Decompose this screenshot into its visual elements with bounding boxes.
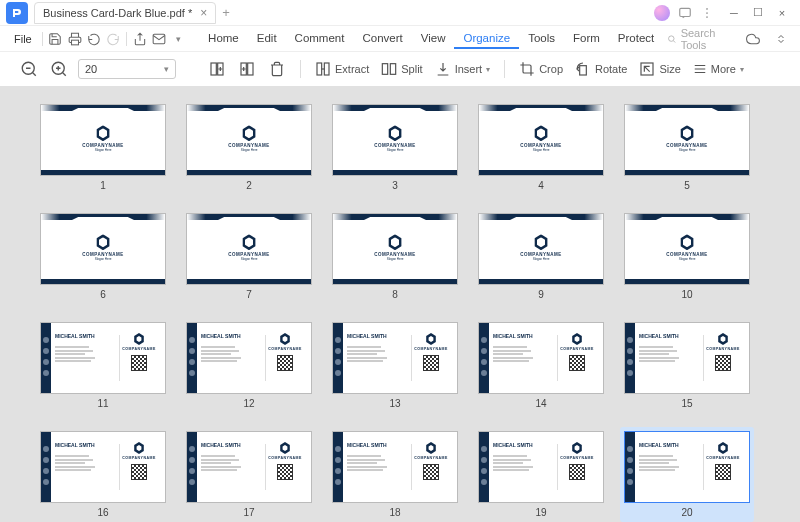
redo-icon[interactable] <box>105 28 122 50</box>
chat-icon[interactable] <box>678 6 692 20</box>
page-number: 15 <box>681 398 692 409</box>
rotate-button[interactable]: Rotate <box>573 61 629 77</box>
svg-point-2 <box>706 12 708 14</box>
page-number: 17 <box>243 507 254 518</box>
svg-rect-4 <box>71 40 78 45</box>
insert-icon <box>435 61 451 77</box>
page-thumbnail[interactable]: MICHEAL SMITH COMPANYNAME14 <box>478 322 604 409</box>
page-selector[interactable]: 20 ▾ <box>78 59 176 79</box>
menu-tab-comment[interactable]: Comment <box>286 28 354 49</box>
window-close-button[interactable]: × <box>770 2 794 24</box>
add-tab-button[interactable]: + <box>222 5 230 20</box>
print-icon[interactable] <box>66 28 83 50</box>
close-tab-icon[interactable]: × <box>200 6 207 20</box>
delete-page-icon[interactable] <box>266 58 288 80</box>
insert-blank-left-icon[interactable] <box>206 58 228 80</box>
undo-icon[interactable] <box>85 28 102 50</box>
menu-tab-organize[interactable]: Organize <box>454 28 519 49</box>
page-number: 7 <box>246 289 252 300</box>
page-thumbnail[interactable]: COMPANYNAMESlogan Here8 <box>332 213 458 300</box>
page-number: 16 <box>97 507 108 518</box>
page-number: 3 <box>392 180 398 191</box>
size-icon <box>639 61 655 77</box>
save-icon[interactable] <box>47 28 64 50</box>
zoom-in-button[interactable] <box>48 58 70 80</box>
page-thumbnail[interactable]: MICHEAL SMITH COMPANYNAME11 <box>40 322 166 409</box>
svg-rect-9 <box>211 63 216 75</box>
page-thumbnail[interactable]: MICHEAL SMITH COMPANYNAME17 <box>186 431 312 518</box>
insert-blank-right-icon[interactable] <box>236 58 258 80</box>
search-tools[interactable]: Search Tools <box>667 27 730 51</box>
page-thumbnail[interactable]: MICHEAL SMITH COMPANYNAME18 <box>332 431 458 518</box>
thumbnail-area: COMPANYNAMESlogan Here1COMPANYNAMESlogan… <box>0 86 800 522</box>
page-thumbnail[interactable]: MICHEAL SMITH COMPANYNAME13 <box>332 322 458 409</box>
page-thumbnail[interactable]: COMPANYNAMESlogan Here2 <box>186 104 312 191</box>
page-number: 1 <box>100 180 106 191</box>
expand-icon[interactable] <box>770 28 792 50</box>
page-thumbnail[interactable]: MICHEAL SMITH COMPANYNAME16 <box>40 431 166 518</box>
extract-button[interactable]: Extract <box>313 61 371 77</box>
page-thumbnail[interactable]: MICHEAL SMITH COMPANYNAME12 <box>186 322 312 409</box>
more-icon <box>693 62 707 76</box>
menu-tab-tools[interactable]: Tools <box>519 28 564 49</box>
page-number: 19 <box>535 507 546 518</box>
svg-point-1 <box>706 8 708 10</box>
page-thumbnail[interactable]: COMPANYNAMESlogan Here9 <box>478 213 604 300</box>
chevron-down-icon: ▾ <box>164 64 169 74</box>
page-thumbnail[interactable]: MICHEAL SMITH COMPANYNAME15 <box>624 322 750 409</box>
page-thumbnail[interactable]: COMPANYNAMESlogan Here7 <box>186 213 312 300</box>
page-value: 20 <box>85 63 97 75</box>
page-number: 10 <box>681 289 692 300</box>
window-minimize-button[interactable]: ─ <box>722 2 746 24</box>
page-thumbnail[interactable]: COMPANYNAMESlogan Here10 <box>624 213 750 300</box>
kebab-menu-icon[interactable] <box>700 6 714 20</box>
page-thumbnail[interactable]: COMPANYNAMESlogan Here3 <box>332 104 458 191</box>
page-number: 18 <box>389 507 400 518</box>
svg-rect-15 <box>383 64 388 75</box>
crop-button[interactable]: Crop <box>517 61 565 77</box>
menu-tab-protect[interactable]: Protect <box>609 28 663 49</box>
page-number: 5 <box>684 180 690 191</box>
page-number: 20 <box>681 507 692 518</box>
page-number: 9 <box>538 289 544 300</box>
cloud-icon[interactable] <box>742 28 764 50</box>
insert-button[interactable]: Insert ▾ <box>433 61 493 77</box>
menu-tab-form[interactable]: Form <box>564 28 609 49</box>
ai-assistant-icon[interactable] <box>654 5 670 21</box>
extract-icon <box>315 61 331 77</box>
svg-rect-0 <box>680 8 691 16</box>
split-button[interactable]: Split <box>379 61 424 77</box>
file-menu[interactable]: File <box>8 33 38 45</box>
share-icon[interactable] <box>131 28 148 50</box>
page-thumbnail[interactable]: COMPANYNAMESlogan Here6 <box>40 213 166 300</box>
page-number: 13 <box>389 398 400 409</box>
page-thumbnail[interactable]: MICHEAL SMITH COMPANYNAME20 <box>620 427 754 522</box>
app-icon <box>6 2 28 24</box>
zoom-out-button[interactable] <box>18 58 40 80</box>
document-tab[interactable]: Business Card-Dark Blue.pdf * × <box>34 2 216 24</box>
rotate-icon <box>575 61 591 77</box>
menu-tab-convert[interactable]: Convert <box>353 28 411 49</box>
svg-rect-16 <box>391 64 396 75</box>
page-number: 11 <box>97 398 108 409</box>
search-icon <box>667 33 676 45</box>
page-thumbnail[interactable]: COMPANYNAMESlogan Here5 <box>624 104 750 191</box>
menubar: File ▾ HomeEditCommentConvertViewOrganiz… <box>0 26 800 52</box>
titlebar: Business Card-Dark Blue.pdf * × + ─ ☐ × <box>0 0 800 26</box>
crop-icon <box>519 61 535 77</box>
more-button[interactable]: More ▾ <box>691 62 746 76</box>
svg-rect-17 <box>580 66 587 75</box>
page-thumbnail[interactable]: MICHEAL SMITH COMPANYNAME19 <box>478 431 604 518</box>
menu-tab-edit[interactable]: Edit <box>248 28 286 49</box>
mail-icon[interactable] <box>150 28 167 50</box>
page-thumbnail[interactable]: COMPANYNAMESlogan Here4 <box>478 104 604 191</box>
page-number: 8 <box>392 289 398 300</box>
size-button[interactable]: Size <box>637 61 682 77</box>
window-maximize-button[interactable]: ☐ <box>746 2 770 24</box>
tab-title: Business Card-Dark Blue.pdf * <box>43 7 192 19</box>
menu-tab-view[interactable]: View <box>412 28 455 49</box>
dropdown-icon[interactable]: ▾ <box>170 28 187 50</box>
menu-tab-home[interactable]: Home <box>199 28 248 49</box>
page-thumbnail[interactable]: COMPANYNAMESlogan Here1 <box>40 104 166 191</box>
svg-rect-13 <box>317 63 322 75</box>
